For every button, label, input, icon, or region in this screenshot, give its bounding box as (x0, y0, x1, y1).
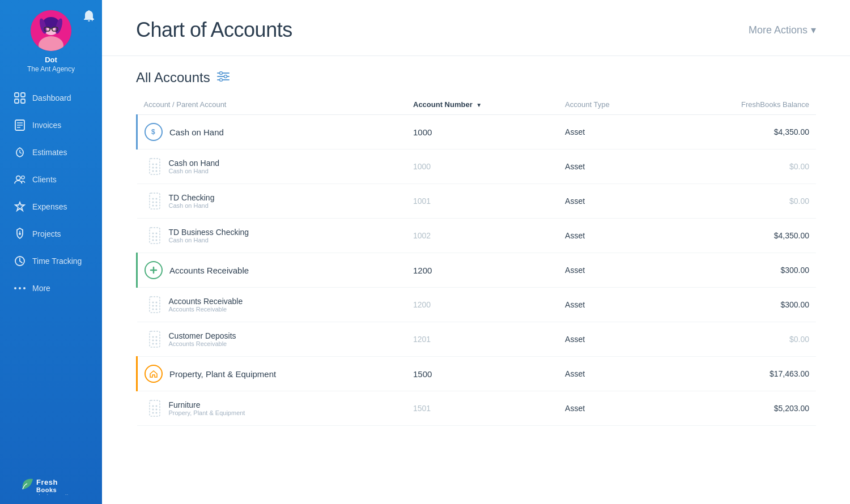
sidebar-footer: Fresh Books cloud accounting (0, 464, 102, 504)
svg-point-40 (155, 167, 157, 169)
account-type: Asset (558, 357, 665, 391)
svg-point-79 (155, 412, 157, 414)
col-type: Account Type (558, 95, 665, 115)
account-icon (144, 261, 163, 279)
more-actions-chevron-icon: ▾ (811, 24, 816, 36)
svg-point-33 (224, 75, 227, 78)
section-title: All Accounts (136, 70, 210, 86)
account-number: 1001 (406, 184, 558, 219)
svg-point-41 (152, 170, 154, 172)
sidebar-label-more: More (32, 284, 50, 293)
account-cell-child: Furniture Propery, Plant & Equipment (137, 391, 407, 426)
drag-handle (148, 192, 161, 210)
freshbooks-logo: Fresh Books cloud accounting (17, 473, 85, 495)
more-actions-button[interactable]: More Actions ▾ (749, 19, 816, 41)
svg-point-63 (155, 305, 157, 307)
svg-point-37 (152, 164, 154, 165)
expenses-icon (14, 201, 26, 212)
svg-point-78 (152, 412, 154, 414)
svg-point-24 (19, 287, 21, 289)
account-cell-parent: $ Cash on Hand (137, 115, 407, 150)
svg-point-76 (152, 409, 154, 411)
account-cell-parent: Accounts Receivable (137, 253, 407, 288)
svg-text:Fresh: Fresh (36, 478, 58, 486)
child-account-name: Furniture (169, 400, 245, 409)
projects-icon (14, 228, 26, 240)
sidebar-item-invoices[interactable]: Invoices (0, 112, 102, 139)
col-account: Account / Parent Account (137, 95, 407, 115)
table-row[interactable]: Property, Plant & Equipment 1500 Asset $… (137, 357, 817, 391)
section-header: All Accounts (102, 56, 850, 95)
svg-point-17 (16, 176, 20, 180)
svg-point-52 (155, 233, 157, 234)
sidebar-label-dashboard: Dashboard (32, 93, 71, 102)
table-container: Account / Parent Account Account Number … (102, 95, 850, 426)
table-row[interactable]: Accounts Receivable 1200 Asset $300.00 (137, 253, 817, 288)
account-type: Asset (558, 391, 665, 426)
child-account-name: TD Business Checking (169, 228, 249, 237)
sidebar-profile[interactable]: Dot The Ant Agency ▾ (0, 0, 102, 80)
sidebar-item-projects[interactable]: Projects (0, 220, 102, 247)
svg-point-69 (152, 340, 154, 341)
sidebar-item-clients[interactable]: Clients (0, 166, 102, 193)
table-row[interactable]: Customer Deposits Accounts Receivable 12… (137, 322, 817, 357)
account-cell-child: TD Business Checking Cash on Hand (137, 219, 407, 253)
table-row[interactable]: TD Business Checking Cash on Hand 1002 A… (137, 219, 817, 253)
svg-point-51 (152, 233, 154, 234)
drag-handle (148, 399, 161, 417)
svg-point-23 (14, 287, 16, 289)
dashboard-icon (14, 92, 26, 104)
table-row[interactable]: Accounts Receivable Accounts Receivable … (137, 288, 817, 322)
page-header: Chart of Accounts More Actions ▾ (102, 0, 850, 56)
svg-rect-11 (15, 99, 19, 103)
svg-point-38 (155, 164, 157, 165)
drag-handle (148, 296, 161, 314)
sidebar: Dot The Ant Agency ▾ Dashboard (0, 0, 102, 504)
table-row[interactable]: TD Checking Cash on Hand 1001 Asset $0.0… (137, 184, 817, 219)
sidebar-item-estimates[interactable]: Estimates (0, 139, 102, 166)
profile-name: Dot (45, 55, 57, 65)
svg-point-49 (155, 205, 157, 207)
svg-point-70 (155, 340, 157, 341)
profile-chevron-icon[interactable]: ▾ (91, 16, 94, 23)
col-number[interactable]: Account Number ▼ (406, 95, 558, 115)
svg-point-61 (155, 302, 157, 304)
account-balance: $0.00 (665, 322, 816, 357)
account-cell-child: Cash on Hand Cash on Hand (137, 150, 407, 184)
account-number: 1200 (406, 253, 558, 288)
drag-handle (148, 227, 161, 245)
account-cell-child: Customer Deposits Accounts Receivable (137, 322, 407, 357)
table-row[interactable]: $ Cash on Hand 1000 Asset $4,350.00 (137, 115, 817, 150)
table-row[interactable]: Cash on Hand Cash on Hand 1000 Asset $0.… (137, 150, 817, 184)
account-icon: $ (144, 123, 163, 141)
svg-point-56 (155, 240, 157, 241)
table-row[interactable]: Furniture Propery, Plant & Equipment 150… (137, 391, 817, 426)
sidebar-label-expenses: Expenses (32, 202, 67, 211)
sidebar-item-dashboard[interactable]: Dashboard (0, 84, 102, 112)
svg-point-75 (155, 405, 157, 407)
account-icon (144, 365, 163, 383)
account-number: 1000 (406, 115, 558, 150)
account-name: Property, Plant & Equipment (169, 369, 276, 379)
filter-icon[interactable] (217, 71, 230, 84)
sidebar-label-timetracking: Time Tracking (32, 257, 82, 266)
sidebar-nav: Dashboard Invoices Estimates (0, 84, 102, 464)
avatar[interactable] (31, 10, 71, 51)
svg-point-32 (219, 71, 222, 74)
svg-text:$: $ (151, 128, 155, 136)
svg-point-65 (155, 309, 157, 310)
child-parent-label: Cash on Hand (169, 168, 220, 174)
svg-point-72 (155, 343, 157, 345)
child-parent-label: Cash on Hand (169, 202, 215, 209)
account-cell-parent: Property, Plant & Equipment (137, 357, 407, 391)
profile-company: The Ant Agency (27, 65, 75, 73)
svg-text:Books: Books (36, 486, 57, 493)
child-account-name: Customer Deposits (169, 331, 236, 340)
sort-arrow-icon: ▼ (476, 102, 482, 108)
account-balance: $0.00 (665, 184, 816, 219)
sidebar-item-timetracking[interactable]: Time Tracking (0, 247, 102, 275)
child-parent-label: Propery, Plant & Equipment (169, 409, 245, 416)
sidebar-item-expenses[interactable]: Expenses (0, 193, 102, 220)
svg-point-25 (23, 287, 26, 289)
sidebar-item-more[interactable]: More (0, 275, 102, 302)
